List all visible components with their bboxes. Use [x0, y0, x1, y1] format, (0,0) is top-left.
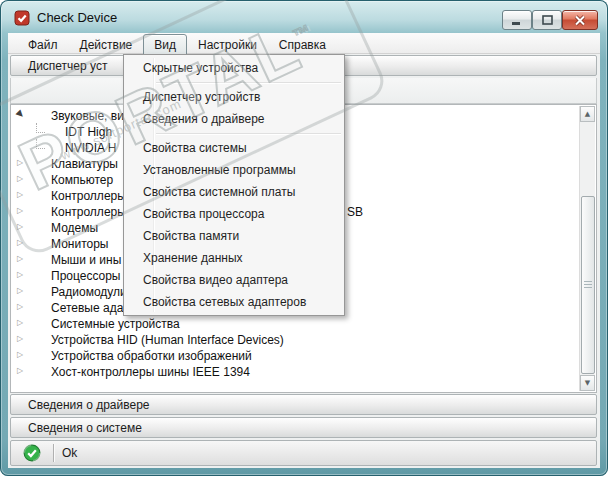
expand-arrow-icon[interactable]: ▷ — [17, 286, 27, 295]
menu-item-2[interactable]: Диспетчер устройств — [124, 86, 344, 108]
expand-arrow-icon[interactable]: ▷ — [17, 318, 27, 327]
section-header-label: Сведения о системе — [28, 421, 142, 435]
tree-row-label: Радиомодули — [51, 285, 127, 299]
section-header-label: Диспетчер уст — [28, 59, 107, 73]
menu-item-5[interactable]: Свойства системы — [124, 137, 344, 159]
menu-item-label: Скрытые устройства — [143, 61, 258, 75]
app-check-icon — [14, 10, 30, 26]
tree-row-label: Контроллеры — [51, 189, 126, 203]
tree-row[interactable]: ▷Хост-контроллеры шины IEEE 1394 — [12, 364, 579, 380]
tree-row-label: NVIDIA H — [65, 141, 116, 155]
minimize-icon — [503, 11, 531, 29]
menu-separator — [124, 79, 344, 86]
tree-row-label: Контроллеры — [51, 205, 126, 219]
expand-arrow-icon[interactable]: ▷ — [17, 222, 27, 231]
tree-row-label: Компьютер — [51, 173, 113, 187]
tree-row-label: Клавиатуры — [51, 157, 118, 171]
menu-item-11[interactable]: Свойства видео адаптера — [124, 269, 344, 291]
expand-arrow-icon[interactable]: ▷ — [17, 206, 27, 215]
status-separator — [53, 444, 54, 462]
expand-arrow-icon[interactable]: ▷ — [17, 270, 27, 279]
menu-item-label: Хранение данных — [143, 251, 243, 265]
expand-arrow-icon[interactable]: ▷ — [17, 174, 27, 183]
expand-arrow-icon[interactable]: ▷ — [17, 366, 27, 375]
tree-scrollbar[interactable]: ▲ ▼ — [579, 106, 595, 391]
menu-bar: ФайлДействиеВидНастройкиСправка — [8, 33, 600, 54]
tree-row-label-overflow: SB — [347, 205, 363, 219]
menu-item-12[interactable]: Свойства сетевых адаптеров — [124, 291, 344, 313]
close-icon — [563, 11, 597, 29]
menu-separator — [124, 130, 344, 137]
menu-item-label: Свойства системной платы — [143, 185, 295, 199]
menu-item-label: Свойства памяти — [143, 229, 239, 243]
menu-item-label: Свойства процессора — [143, 207, 264, 221]
window-title: Check Device — [37, 10, 117, 25]
tree-row-label: Устройства обработки изображений — [51, 349, 252, 363]
menu-item-0[interactable]: Скрытые устройства — [124, 57, 344, 79]
tree-row-label: Модемы — [51, 221, 98, 235]
tree-row-label: IDT High — [65, 125, 112, 139]
section-header-system-info[interactable]: i Сведения о системе — [10, 417, 597, 438]
menu-item-label: Свойства видео адаптера — [143, 273, 288, 287]
tree-connector — [36, 123, 45, 133]
menu-item-9[interactable]: Свойства памяти — [124, 225, 344, 247]
expand-arrow-icon[interactable]: ▷ — [17, 238, 27, 247]
tree-row-label: Мыши и ины — [51, 253, 121, 267]
section-header-driver-info[interactable]: Сведения о драйвере — [10, 394, 597, 415]
scroll-down-icon[interactable]: ▼ — [580, 375, 595, 391]
maximize-button[interactable] — [532, 10, 562, 30]
ok-status-icon — [23, 444, 41, 462]
scroll-up-icon[interactable]: ▲ — [580, 106, 595, 122]
tree-row[interactable]: ▷Системные устройства — [12, 316, 579, 332]
screenshot-stage: Check Device ФайлДействиеВидНастройкиСпр… — [0, 0, 608, 481]
expand-arrow-icon[interactable]: ▷ — [17, 254, 27, 263]
view-menu-dropdown: Скрытые устройстваДиспетчер устройствСве… — [123, 54, 345, 316]
expand-arrow-icon[interactable]: ▷ — [17, 158, 27, 167]
menu-item-label: Свойства сетевых адаптеров — [143, 295, 306, 309]
app-window: Check Device ФайлДействиеВидНастройкиСпр… — [0, 0, 608, 476]
refresh-button[interactable] — [18, 81, 40, 101]
menu-item-8[interactable]: Свойства процессора — [124, 203, 344, 225]
scan-devices-button[interactable] — [47, 81, 69, 101]
tree-row-label: Устройства HID (Human Interface Devices) — [51, 333, 284, 347]
collapse-arrow-icon[interactable]: ▶ — [15, 108, 29, 122]
menu-item-label: Сведения о драйвере — [143, 112, 264, 126]
menu-item-7[interactable]: Свойства системной платы — [124, 181, 344, 203]
expand-arrow-icon[interactable]: ▷ — [17, 302, 27, 311]
scrollbar-thumb[interactable] — [581, 196, 595, 374]
tree-row-label: Сетевые ада — [51, 301, 123, 315]
tree-row-label: Процессоры — [51, 269, 121, 283]
expand-arrow-icon[interactable]: ▷ — [17, 334, 27, 343]
maximize-icon — [533, 11, 561, 29]
menu-item-label: Свойства системы — [143, 141, 247, 155]
menu-item-3[interactable]: Сведения о драйвере — [124, 108, 344, 130]
tree-row-label: Системные устройства — [51, 317, 180, 331]
menu-item-6[interactable]: Установленные программы — [124, 159, 344, 181]
title-bar[interactable]: Check Device — [2, 2, 606, 33]
minimize-button[interactable] — [502, 10, 532, 30]
tree-row[interactable]: ▷Устройства HID (Human Interface Devices… — [12, 332, 579, 348]
tree-row[interactable]: ▷Устройства обработки изображений — [12, 348, 579, 364]
close-button[interactable] — [562, 10, 598, 30]
tree-row-label: Мониторы — [51, 237, 108, 251]
tree-row-label: Хост-контроллеры шины IEEE 1394 — [51, 365, 250, 379]
status-bar: Ok — [10, 440, 597, 466]
expand-arrow-icon[interactable]: ▷ — [17, 190, 27, 199]
menu-item-label: Диспетчер устройств — [143, 90, 260, 104]
tree-row-label: Звуковые, ви — [51, 109, 124, 123]
network-devices-button[interactable] — [76, 81, 98, 101]
status-text: Ok — [62, 446, 77, 460]
section-header-label: Сведения о драйвере — [28, 398, 149, 412]
menu-item-10[interactable]: Хранение данных — [124, 247, 344, 269]
menu-item-label: Установленные программы — [143, 163, 296, 177]
tree-connector — [36, 139, 45, 149]
expand-arrow-icon[interactable]: ▷ — [17, 350, 27, 359]
